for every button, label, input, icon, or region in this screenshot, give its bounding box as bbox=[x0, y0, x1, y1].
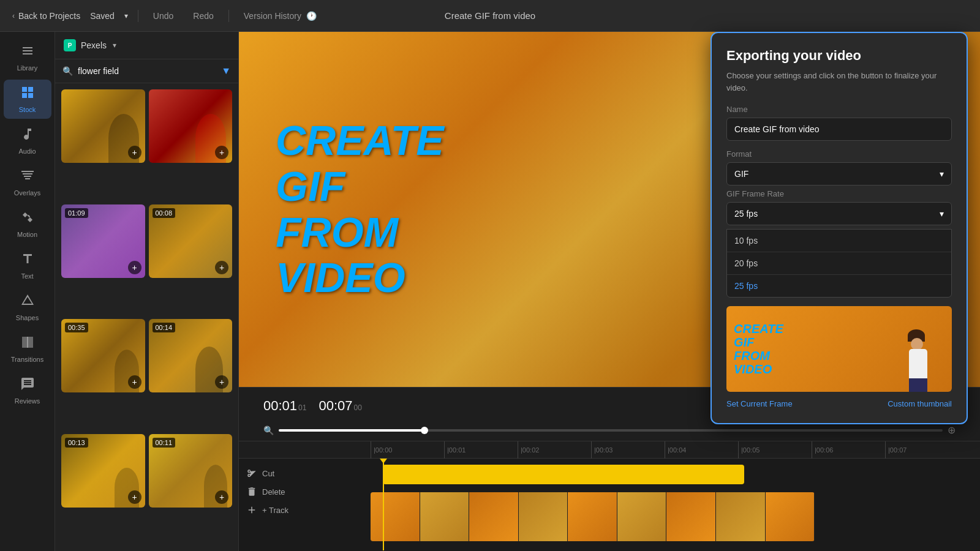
library-icon bbox=[20, 43, 35, 62]
thumb-duration-6: 00:14 bbox=[153, 323, 176, 332]
timeline-area: |00:00 |00:01 |00:02 |00:03 |00:04 |00:0… bbox=[239, 441, 980, 551]
add-track-tool[interactable]: + Track bbox=[246, 504, 363, 515]
thumb-add-4[interactable]: + bbox=[215, 261, 228, 274]
saved-dropdown-btn[interactable]: ▾ bbox=[124, 12, 128, 20]
sidebar-item-audio[interactable]: Audio bbox=[4, 121, 51, 160]
fps-option-20[interactable]: 20 fps bbox=[727, 252, 951, 275]
format-chevron: ▾ bbox=[940, 169, 944, 179]
total-time-display: 00:07 00 bbox=[318, 398, 361, 414]
project-title: Create GIF from video bbox=[445, 10, 535, 21]
timeline-ruler: |00:00 |00:01 |00:02 |00:03 |00:04 |00:0… bbox=[239, 441, 980, 459]
sidebar-item-overlays[interactable]: Overlays bbox=[4, 163, 51, 202]
sidebar-item-motion[interactable]: Motion bbox=[4, 204, 51, 244]
transitions-icon bbox=[20, 335, 35, 353]
export-title: Exporting your video bbox=[726, 48, 952, 64]
sidebar-label-shapes: Shapes bbox=[16, 314, 39, 321]
name-field-label: Name bbox=[726, 105, 952, 114]
set-current-frame-btn[interactable]: Set Current Frame bbox=[726, 399, 793, 408]
sidebar-label-overlays: Overlays bbox=[14, 189, 40, 197]
progress-track[interactable] bbox=[279, 429, 943, 432]
sidebar-item-shapes[interactable]: Shapes bbox=[4, 288, 51, 327]
ruler-marks: |00:00 |00:01 |00:02 |00:03 |00:04 |00:0… bbox=[371, 441, 980, 459]
source-dropdown-arrow: ▾ bbox=[113, 41, 116, 50]
playhead[interactable] bbox=[383, 459, 384, 550]
media-thumb-4[interactable]: 00:08 + bbox=[149, 204, 233, 278]
sidebar-item-library[interactable]: Library bbox=[4, 38, 51, 77]
media-thumb-1[interactable]: + bbox=[61, 89, 145, 163]
thumb-add-7[interactable]: + bbox=[128, 490, 141, 504]
timeline-content: Cut Delete + Track bbox=[239, 459, 980, 550]
version-history-btn[interactable]: Version History 🕐 bbox=[239, 9, 322, 23]
media-thumb-7[interactable]: 00:13 + bbox=[61, 434, 145, 508]
delete-tool[interactable]: Delete bbox=[246, 486, 363, 497]
thumb-add-3[interactable]: + bbox=[128, 261, 141, 274]
ruler-mark-6: |00:06 bbox=[812, 441, 885, 459]
fps-option-25[interactable]: 25 fps bbox=[727, 275, 951, 297]
motion-icon bbox=[20, 210, 35, 228]
delete-label: Delete bbox=[262, 487, 285, 497]
total-time-frame: 00 bbox=[353, 403, 361, 412]
fps-option-10[interactable]: 10 fps bbox=[727, 230, 951, 252]
timeline-tools: Cut Delete + Track bbox=[239, 459, 371, 550]
cut-tool[interactable]: Cut bbox=[246, 468, 363, 479]
back-to-projects-btn[interactable]: ‹ Back to Projects bbox=[12, 11, 80, 21]
zoom-in-icon[interactable]: ⊕ bbox=[948, 424, 956, 436]
video-strip[interactable] bbox=[371, 492, 815, 541]
media-panel-header: P Pexels ▾ bbox=[55, 32, 238, 59]
text-icon bbox=[20, 252, 35, 270]
sidebar-item-stock[interactable]: Stock bbox=[4, 80, 51, 119]
history-icon: 🕐 bbox=[306, 11, 317, 21]
filter-icon[interactable]: ▼ bbox=[221, 66, 231, 77]
export-name-input[interactable] bbox=[726, 118, 952, 141]
custom-thumbnail-btn[interactable]: Custom thumbnail bbox=[888, 399, 952, 408]
thumb-preview-person bbox=[903, 324, 940, 392]
thumb-add-6[interactable]: + bbox=[215, 375, 228, 389]
zoom-out-icon[interactable]: 🔍 bbox=[263, 425, 274, 435]
media-panel: P Pexels ▾ 🔍 ▼ + + bbox=[55, 32, 239, 551]
search-bar: 🔍 ▼ bbox=[55, 59, 238, 83]
thumb-add-2[interactable]: + bbox=[215, 146, 228, 159]
thumb-add-8[interactable]: + bbox=[215, 490, 228, 504]
ruler-mark-1: |00:01 bbox=[444, 441, 518, 459]
strip-frame-3 bbox=[469, 492, 519, 541]
redo-btn[interactable]: Redo bbox=[188, 9, 218, 23]
stock-icon bbox=[20, 85, 35, 103]
ruler-mark-2: |00:02 bbox=[518, 441, 591, 459]
yellow-clip-bar[interactable] bbox=[383, 465, 744, 484]
add-track-icon bbox=[246, 504, 257, 515]
sidebar-label-audio: Audio bbox=[18, 148, 36, 155]
thumb-torso bbox=[909, 349, 927, 380]
strip-frame-7 bbox=[666, 492, 716, 541]
sidebar-item-text[interactable]: Text bbox=[4, 246, 51, 285]
sidebar-item-reviews[interactable]: Reviews bbox=[4, 371, 51, 410]
strip-frame-4 bbox=[519, 492, 568, 541]
shapes-icon bbox=[20, 293, 35, 312]
thumb-duration-4: 00:08 bbox=[153, 208, 176, 218]
progress-bar-row: 🔍 ⊕ bbox=[251, 424, 968, 436]
format-select[interactable]: GIF ▾ bbox=[726, 162, 952, 186]
back-label: Back to Projects bbox=[18, 11, 80, 21]
search-icon: 🔍 bbox=[62, 66, 73, 76]
thumb-duration-5: 00:35 bbox=[65, 323, 88, 332]
media-thumb-8[interactable]: 00:11 + bbox=[149, 434, 233, 508]
cut-icon bbox=[246, 468, 257, 479]
divider-2 bbox=[228, 10, 229, 22]
current-time-display: 00:01 01 bbox=[263, 398, 306, 414]
back-chevron-icon: ‹ bbox=[12, 12, 15, 20]
fps-selected-value: 25 fps bbox=[734, 209, 758, 219]
thumb-add-5[interactable]: + bbox=[128, 375, 141, 389]
sidebar-item-transitions[interactable]: Transitions bbox=[4, 329, 51, 369]
media-thumb-2[interactable]: + bbox=[149, 89, 233, 163]
media-thumb-5[interactable]: 00:35 + bbox=[61, 319, 145, 392]
undo-btn[interactable]: Undo bbox=[148, 9, 178, 23]
divider-1 bbox=[138, 10, 138, 22]
pexels-logo: P bbox=[64, 39, 76, 51]
fps-select-display[interactable]: 25 fps ▾ bbox=[726, 202, 952, 225]
media-thumb-6[interactable]: 00:14 + bbox=[149, 319, 233, 392]
media-thumb-3[interactable]: 01:09 + bbox=[61, 204, 145, 278]
ruler-mark-0: |00:00 bbox=[371, 441, 444, 459]
thumb-add-1[interactable]: + bbox=[128, 146, 141, 159]
ruler-mark-4: |00:04 bbox=[665, 441, 738, 459]
search-input[interactable] bbox=[78, 66, 216, 76]
media-grid: + + 01:09 + 00:08 + bbox=[55, 83, 238, 551]
